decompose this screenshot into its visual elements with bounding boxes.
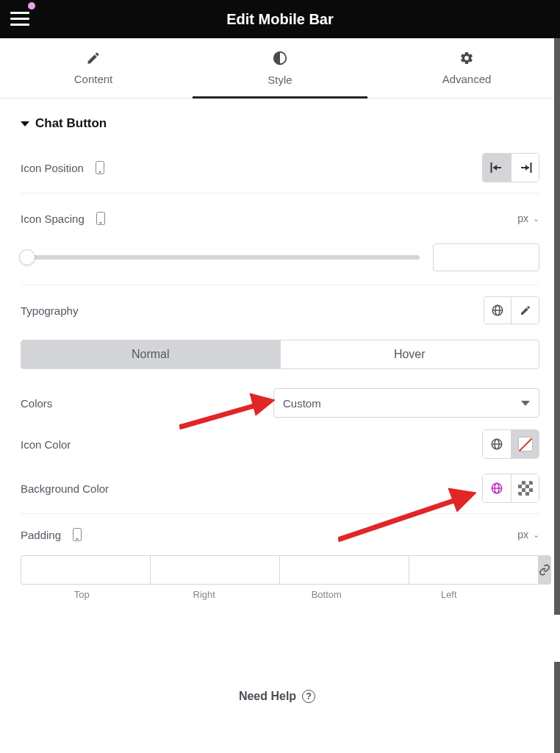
bg-color-global-button[interactable] (483, 474, 511, 502)
row-icon-spacing: Icon Spacing px ⌄ (21, 196, 539, 240)
label-icon-color: Icon Color (21, 438, 71, 451)
align-start-icon (490, 162, 503, 174)
divider (21, 193, 539, 193)
need-help-link[interactable]: Need Help ? (0, 690, 554, 703)
section-chat-button[interactable]: Chat Button (21, 99, 539, 146)
icon-spacing-unit[interactable]: px ⌄ (517, 213, 539, 224)
divider (21, 285, 539, 285)
bg-color-controls (482, 474, 539, 503)
state-label: Normal (132, 348, 170, 361)
icon-spacing-slider-row (21, 243, 539, 271)
gear-icon (459, 51, 474, 65)
padding-right-label: Right (143, 589, 266, 600)
icon-position-start[interactable] (483, 154, 511, 182)
globe-icon (490, 482, 503, 495)
padding-top-label: Top (21, 589, 143, 600)
row-typography: Typography (21, 288, 539, 332)
divider (21, 513, 539, 514)
label-icon-spacing: Icon Spacing (21, 213, 85, 225)
notification-dot-icon (28, 2, 35, 10)
label-colors: Colors (21, 397, 52, 410)
row-icon-color: Icon Color (21, 422, 539, 466)
state-label: Hover (394, 348, 426, 361)
responsive-icon[interactable] (96, 161, 104, 174)
colors-value: Custom (283, 397, 321, 410)
padding-right-input[interactable] (150, 555, 279, 585)
tab-style[interactable]: Style (187, 38, 373, 98)
icon-color-controls (482, 429, 539, 459)
unit-label: px (517, 213, 528, 224)
chevron-down-icon: ⌄ (533, 214, 539, 224)
editor-header: Edit Mobile Bar (0, 0, 560, 38)
link-icon (539, 564, 550, 576)
label-padding: Padding (21, 529, 61, 541)
padding-inputs (21, 555, 539, 585)
contrast-icon (272, 50, 288, 66)
label-icon-position: Icon Position (21, 162, 84, 174)
menu-button[interactable] (10, 9, 29, 28)
typography-global-button[interactable] (484, 296, 511, 324)
state-normal[interactable]: Normal (21, 340, 280, 368)
tab-label: Content (74, 73, 113, 85)
icon-spacing-slider[interactable] (21, 255, 420, 260)
header-title: Edit Mobile Bar (226, 11, 334, 28)
scrollbar-track-lower[interactable] (554, 662, 560, 753)
icon-color-global-button[interactable] (483, 430, 511, 458)
editor-tabs: Content Style Advanced (0, 38, 560, 99)
padding-unit[interactable]: px ⌄ (517, 529, 539, 540)
colors-select[interactable]: Custom (273, 388, 539, 418)
tab-label: Style (268, 74, 292, 86)
typography-controls (484, 296, 539, 324)
row-colors: Colors Custom (21, 384, 539, 422)
label-typography: Typography (21, 304, 78, 317)
row-icon-position: Icon Position (21, 146, 539, 190)
unit-label: px (517, 529, 528, 540)
bg-color-swatch[interactable] (511, 474, 539, 502)
row-padding: Padding px ⌄ (21, 517, 539, 552)
state-toggle: Normal Hover (21, 340, 539, 369)
padding-top-input[interactable] (21, 555, 150, 585)
question-icon: ? (302, 690, 315, 703)
svg-marker-5 (525, 165, 529, 171)
caret-down-icon (521, 401, 530, 406)
section-title: Chat Button (35, 116, 107, 131)
svg-marker-2 (493, 165, 497, 171)
slider-thumb[interactable] (19, 249, 35, 265)
icon-color-swatch[interactable] (511, 430, 539, 458)
padding-left-input[interactable] (409, 555, 538, 585)
chevron-down-icon: ⌄ (533, 530, 539, 540)
state-hover[interactable]: Hover (280, 340, 539, 368)
padding-bottom-label: Bottom (265, 589, 388, 600)
globe-icon (491, 304, 504, 317)
no-color-icon (518, 437, 533, 452)
style-panel: Chat Button Icon Position (0, 99, 560, 600)
pencil-icon (86, 51, 101, 65)
help-label: Need Help (239, 690, 296, 703)
tab-label: Advanced (442, 73, 492, 85)
pencil-icon (520, 304, 531, 316)
icon-position-toggle (482, 153, 539, 182)
transparent-swatch-icon (518, 481, 533, 496)
icon-position-end[interactable] (511, 154, 539, 182)
icon-spacing-input[interactable] (433, 243, 539, 271)
label-bg-color: Background Color (21, 482, 109, 495)
globe-icon (490, 438, 503, 451)
responsive-icon[interactable] (73, 528, 82, 541)
tab-content[interactable]: Content (0, 38, 187, 98)
caret-down-icon (21, 121, 29, 126)
padding-link-button[interactable] (538, 555, 551, 585)
align-end-icon (519, 162, 532, 174)
row-background-color: Background Color (21, 466, 539, 510)
responsive-icon[interactable] (96, 212, 105, 225)
padding-bottom-input[interactable] (279, 555, 409, 585)
padding-labels: Top Right Bottom Left (21, 589, 539, 600)
padding-left-label: Left (388, 589, 511, 600)
typography-edit-button[interactable] (511, 296, 539, 324)
tab-advanced[interactable]: Advanced (373, 38, 560, 98)
